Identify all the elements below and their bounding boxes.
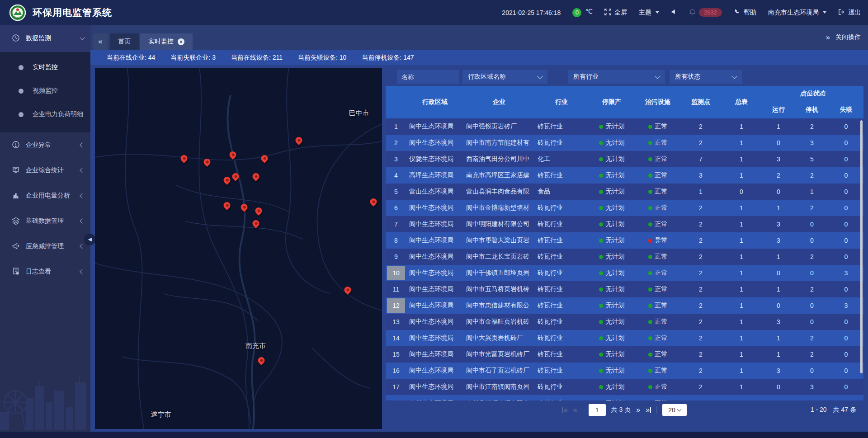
company-cell: 阆中市五马桥页岩机砖 xyxy=(463,281,535,297)
table-row[interactable]: 11阆中生态环境局阆中市五马桥页岩机砖砖瓦行业无计划正常21120 xyxy=(386,281,863,297)
logout-button[interactable]: 退出 xyxy=(838,9,861,17)
table-row[interactable]: 18南部生态环境局南部县雄狮水泥有限公建材行业无计划正常21030 xyxy=(386,395,863,400)
chevron-left-icon xyxy=(80,269,85,274)
status-dot-green xyxy=(599,239,603,243)
stop-status-cell: 无计划 xyxy=(588,346,635,363)
row-index: 3 xyxy=(387,152,405,166)
notifications-button[interactable]: 2632 xyxy=(689,8,722,17)
table-row[interactable]: 8阆中生态环境局阆中市枣碧大梁山页岩砖瓦行业无计划异常21300 xyxy=(386,232,863,249)
stop-status-cell: 无计划 xyxy=(588,151,635,167)
status-dot-green xyxy=(648,174,652,178)
stat-item: 当前停机设备: 147 xyxy=(362,54,414,62)
table-scrollbar[interactable] xyxy=(860,120,863,373)
sidebar-item-日志查看[interactable]: 日志查看 xyxy=(0,259,90,284)
table-row[interactable]: 7阆中生态环境局阆中明阳建材有限公司砖瓦行业无计划正常21300 xyxy=(386,216,863,232)
table-row[interactable]: 16阆中生态环境局阆中市石子页岩机砖厂砖瓦行业无计划正常21300 xyxy=(386,363,863,379)
app-window: 环保用电监管系统 2021-02-25 17:46:18 0 ℃ 全屏 主题 xyxy=(0,0,868,438)
chevron-down-icon xyxy=(537,73,543,79)
sidebar-item-企业异常[interactable]: 企业异常 xyxy=(0,132,90,158)
lost-cell: 0 xyxy=(829,216,863,232)
total-count-label: 共 47 条 xyxy=(833,406,856,414)
table-row[interactable]: 5营山生态环境局营山县润丰肉食品有限食品无计划正常10010 xyxy=(386,184,863,200)
tab-实时监控[interactable]: 实时监控× xyxy=(140,33,193,50)
page-number-input[interactable] xyxy=(589,404,606,416)
region-cell: 阆中生态环境局 xyxy=(406,379,463,395)
tab-container: 首页实时监控× xyxy=(110,33,194,50)
chevron-left-icon xyxy=(80,218,85,223)
table-row[interactable]: 14阆中生态环境局阆中大兴页岩机砖厂砖瓦行业无计划正常21120 xyxy=(386,330,863,346)
facility-status-label: 正常 xyxy=(655,188,668,196)
status-dot-green xyxy=(648,320,652,324)
tabs-scroll-left-button[interactable]: « xyxy=(93,33,108,50)
table-row[interactable]: 9阆中生态环境局阆中市二龙长宝页岩砖砖瓦行业无计划正常21120 xyxy=(386,249,863,265)
chart-icon xyxy=(12,191,20,201)
sidebar-subitem-企业电力负荷明细[interactable]: 企业电力负荷明细 xyxy=(0,103,90,126)
status-dot-green xyxy=(599,190,603,194)
close-operations-dropdown[interactable]: 关闭操作 xyxy=(835,33,861,42)
lost-cell: 0 xyxy=(829,167,863,184)
total-pages-label: 共 3 页 xyxy=(611,406,631,414)
table-row[interactable]: 1阆中生态环境局阆中强锐页岩砖厂砖瓦行业无计划正常21120 xyxy=(386,118,863,135)
sidebar-subitem-视频监控[interactable]: 视频监控 xyxy=(0,79,90,103)
region-select[interactable]: 行政区域名称 xyxy=(462,70,547,84)
lost-cell: 3 xyxy=(829,297,863,314)
status-dot-green xyxy=(648,157,652,161)
points-cell: 1 xyxy=(680,184,721,200)
theme-dropdown[interactable]: 主题 xyxy=(639,9,659,17)
industry-cell: 砖瓦行业 xyxy=(535,200,588,216)
sidebar-subitem-实时监控[interactable]: 实时监控 xyxy=(0,56,90,79)
table-row[interactable]: 10阆中生态环境局阆中千佛镇五郎垭页岩砖瓦行业无计划正常21003 xyxy=(386,265,863,281)
points-cell: 2 xyxy=(680,200,721,216)
tab-close-icon[interactable]: × xyxy=(178,38,184,45)
facility-status-cell: 正常 xyxy=(635,265,680,281)
name-search-input[interactable] xyxy=(397,70,459,84)
region-cell: 阆中生态环境局 xyxy=(406,135,463,151)
sound-toggle-button[interactable] xyxy=(671,9,677,16)
prev-page-button[interactable]: « xyxy=(573,406,577,414)
table-row[interactable]: 2阆中生态环境局阆中市南方节能建材有砖瓦行业无计划正常21030 xyxy=(386,135,863,151)
table-row[interactable]: 12阆中生态环境局阆中市忠信建材有限公砖瓦行业无计划正常21003 xyxy=(386,297,863,314)
status-dot-green xyxy=(599,385,603,389)
sidebar-item-企业综合统计[interactable]: 企业综合统计 xyxy=(0,158,90,183)
sidebar-item-数据监测[interactable]: 数据监测 xyxy=(0,25,90,52)
region-cell: 阆中生态环境局 xyxy=(406,281,463,297)
table-row[interactable]: 4高坪生态环境局南充市高坪区王家店建砖瓦行业无计划正常31220 xyxy=(386,167,863,184)
row-index-cell: 14 xyxy=(386,330,406,346)
help-button[interactable]: 帮助 xyxy=(734,9,756,17)
industry-select[interactable]: 所有行业 xyxy=(568,70,665,84)
facility-status-label: 正常 xyxy=(655,350,668,358)
facility-status-label: 正常 xyxy=(655,383,668,391)
company-cell: 阆中市石子页岩机砖厂 xyxy=(463,363,535,379)
temperature-badge: 0 xyxy=(572,8,581,17)
meter-cell: 1 xyxy=(721,281,762,297)
facility-status-label: 正常 xyxy=(655,334,668,342)
status-select[interactable]: 所有状态 xyxy=(670,70,742,84)
facility-status-cell: 正常 xyxy=(635,135,680,151)
status-dot-green xyxy=(648,141,652,145)
tabs-scroll-right-button[interactable]: » xyxy=(826,33,830,42)
company-cell: 阆中市忠信建材有限公 xyxy=(463,297,535,314)
map-panel[interactable]: 巴中市南充市遂宁市 xyxy=(95,68,382,429)
tab-首页[interactable]: 首页 xyxy=(110,33,139,50)
table-row[interactable]: 13阆中生态环境局阆中市金福旺页岩机砖砖瓦行业无计划正常21300 xyxy=(386,314,863,330)
run-cell: 0 xyxy=(762,395,795,400)
collapse-map-handle[interactable]: ◀ xyxy=(85,234,95,245)
first-page-button[interactable]: « xyxy=(562,406,568,414)
table-row[interactable]: 3仪陇生态环境局西南油气田分公司川中化工无计划正常71350 xyxy=(386,151,863,167)
row-index: 6 xyxy=(387,201,405,215)
table-row[interactable]: 17阆中生态环境局阆中市江南镇阆南页岩砖瓦行业无计划正常21030 xyxy=(386,379,863,395)
sidebar-item-应急减排管理[interactable]: 应急减排管理 xyxy=(0,234,90,259)
sidebar-item-企业用电量分析[interactable]: 企业用电量分析 xyxy=(0,183,90,208)
table-row[interactable]: 6阆中生态环境局阆中市金博瑞新型墙材砖瓦行业无计划正常21120 xyxy=(386,200,863,216)
sidebar-item-基础数据管理[interactable]: 基础数据管理 xyxy=(0,208,90,234)
sidebar-item-label: 应急减排管理 xyxy=(26,242,75,250)
region-cell: 阆中生态环境局 xyxy=(406,118,463,135)
fullscreen-button[interactable]: 全屏 xyxy=(604,9,627,17)
chevron-down-icon xyxy=(656,11,659,14)
sidebar-item-label: 企业综合统计 xyxy=(26,166,75,174)
user-org-dropdown[interactable]: 南充市生态环境局 xyxy=(768,9,826,17)
table-row[interactable]: 15阆中生态环境局阆中市光富页岩机砖厂砖瓦行业无计划正常21120 xyxy=(386,346,863,363)
last-page-button[interactable]: » xyxy=(646,406,651,414)
next-page-button[interactable]: » xyxy=(636,406,640,414)
page-size-select[interactable]: 20 xyxy=(662,404,687,416)
